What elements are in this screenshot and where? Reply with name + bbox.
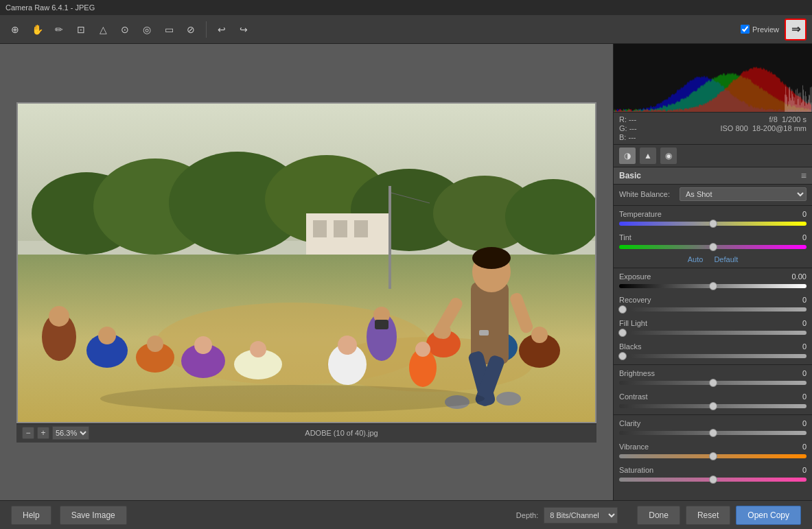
tint-value: 0 bbox=[782, 233, 807, 242]
graduated-filter-tool[interactable]: ▭ bbox=[159, 20, 178, 39]
filename-label: ADOBE (10 of 40).jpg bbox=[92, 429, 591, 437]
depth-row: Depth: 8 Bits/Channel 16 Bits/Channel bbox=[516, 507, 618, 524]
svg-point-21 bbox=[147, 336, 163, 352]
zoom-minus-button[interactable]: − bbox=[22, 427, 34, 439]
redeye-tool[interactable]: ◎ bbox=[137, 20, 156, 39]
auto-button[interactable]: Auto bbox=[688, 255, 704, 263]
default-button[interactable]: Default bbox=[714, 255, 738, 263]
svg-point-38 bbox=[496, 392, 521, 405]
clarity-value: 0 bbox=[782, 419, 807, 427]
divider-4 bbox=[614, 414, 812, 415]
temperature-slider-container[interactable] bbox=[619, 220, 807, 228]
fill-light-control: Fill Light 0 bbox=[614, 316, 812, 340]
hand-tool[interactable]: ✋ bbox=[27, 20, 47, 39]
divider-1 bbox=[614, 205, 812, 206]
panel-tabs: ◑ ▲ ◉ bbox=[614, 145, 812, 167]
contrast-thumb[interactable] bbox=[709, 402, 717, 410]
clarity-slider[interactable] bbox=[619, 429, 807, 437]
blacks-track bbox=[619, 354, 807, 358]
camera-info: f/8 1/200 s ISO 800 18-200@18 mm bbox=[720, 115, 807, 141]
svg-point-17 bbox=[49, 306, 69, 327]
saturation-thumb[interactable] bbox=[709, 475, 717, 484]
panel-menu-icon[interactable]: ≡ bbox=[801, 170, 807, 181]
photo-svg bbox=[18, 104, 596, 423]
white-balance-select[interactable]: As Shot Auto Daylight Cloudy Shade Tungs… bbox=[680, 187, 807, 201]
canvas-bottom-bar: − + 56.3% 25% 50% 100% 200% ADOBE (10 of… bbox=[16, 423, 596, 443]
adjustment-brush-tool[interactable]: ⊘ bbox=[181, 20, 200, 39]
brightness-thumb[interactable] bbox=[709, 379, 717, 387]
redo-button[interactable]: ↪ bbox=[234, 20, 253, 39]
brightness-value: 0 bbox=[782, 369, 807, 377]
svg-rect-10 bbox=[313, 220, 327, 237]
zoom-tool[interactable]: ⊕ bbox=[5, 20, 25, 39]
temperature-value: 0 bbox=[782, 210, 807, 218]
recovery-control: Recovery 0 bbox=[614, 293, 812, 316]
toolbar: ⊕ ✋ ✏ ⊡ △ ⊙ ◎ ▭ ⊘ ↩ ↪ Preview ⇒ bbox=[0, 15, 812, 44]
toolbar-separator-1 bbox=[206, 21, 207, 38]
brightness-slider[interactable] bbox=[619, 379, 807, 387]
depth-select[interactable]: 8 Bits/Channel 16 Bits/Channel bbox=[544, 507, 618, 524]
open-copy-button[interactable]: Open Copy bbox=[736, 506, 801, 525]
open-image-button[interactable]: ⇒ bbox=[785, 19, 807, 40]
panel-tab-camera-calibration[interactable]: ◉ bbox=[660, 148, 677, 164]
saturation-control: Saturation 0 bbox=[614, 463, 812, 486]
panel-tab-basic[interactable]: ◑ bbox=[619, 148, 636, 164]
wb-tool[interactable]: ✏ bbox=[49, 20, 69, 39]
depth-label: Depth: bbox=[516, 511, 538, 519]
undo-button[interactable]: ↩ bbox=[212, 20, 231, 39]
right-panel: R: --- G: --- B: --- f/8 1/200 s ISO 800… bbox=[613, 44, 812, 500]
exposure-thumb[interactable] bbox=[709, 282, 717, 290]
recovery-thumb[interactable] bbox=[618, 305, 627, 314]
blacks-label: Blacks bbox=[619, 342, 641, 351]
tint-slider-container[interactable] bbox=[619, 243, 807, 251]
exposure-control: Exposure 0.00 bbox=[614, 270, 812, 293]
temperature-control: Temperature 0 bbox=[614, 207, 812, 231]
recovery-value: 0 bbox=[782, 296, 807, 304]
clarity-thumb[interactable] bbox=[709, 429, 717, 437]
tint-thumb[interactable] bbox=[709, 243, 717, 251]
zoom-plus-button[interactable]: + bbox=[37, 427, 49, 439]
fill-light-slider[interactable] bbox=[619, 329, 807, 337]
svg-rect-46 bbox=[375, 320, 388, 329]
panel-tab-tone-curve[interactable]: ▲ bbox=[640, 148, 656, 164]
title-bar: Camera Raw 6.4.1 - JPEG bbox=[0, 0, 812, 15]
exposure-label: Exposure bbox=[619, 272, 651, 281]
brightness-label: Brightness bbox=[619, 369, 655, 377]
contrast-slider[interactable] bbox=[619, 402, 807, 410]
aperture-shutter: f/8 1/200 s bbox=[769, 115, 807, 124]
svg-rect-41 bbox=[479, 330, 489, 336]
help-button[interactable]: Help bbox=[11, 506, 51, 525]
svg-point-48 bbox=[415, 342, 430, 357]
canvas-area: − + 56.3% 25% 50% 100% 200% ADOBE (10 of… bbox=[0, 44, 613, 500]
blacks-control: Blacks 0 bbox=[614, 340, 812, 363]
preview-checkbox[interactable] bbox=[741, 25, 750, 34]
saturation-slider[interactable] bbox=[619, 475, 807, 484]
blacks-thumb[interactable] bbox=[618, 352, 627, 360]
recovery-slider[interactable] bbox=[619, 305, 807, 314]
vibrance-slider[interactable] bbox=[619, 452, 807, 460]
white-balance-label: White Balance: bbox=[619, 190, 674, 198]
straighten-tool[interactable]: △ bbox=[93, 20, 113, 39]
temperature-thumb[interactable] bbox=[709, 220, 717, 228]
r-value: R: --- bbox=[619, 115, 637, 124]
exposure-slider[interactable] bbox=[619, 282, 807, 290]
vibrance-control: Vibrance 0 bbox=[614, 440, 812, 463]
tint-control: Tint 0 bbox=[614, 231, 812, 254]
basic-panel-title: Basic bbox=[619, 171, 641, 180]
crop-tool[interactable]: ⊡ bbox=[71, 20, 91, 39]
vibrance-value: 0 bbox=[782, 443, 807, 451]
fill-light-thumb[interactable] bbox=[618, 329, 627, 337]
preview-checkbox-label[interactable]: Preview bbox=[741, 25, 779, 34]
exposure-value: 0.00 bbox=[782, 272, 807, 281]
blacks-slider[interactable] bbox=[619, 352, 807, 360]
histogram bbox=[614, 44, 812, 113]
done-button[interactable]: Done bbox=[637, 506, 680, 525]
divider-3 bbox=[614, 364, 812, 365]
save-image-button[interactable]: Save Image bbox=[60, 506, 127, 525]
vibrance-thumb[interactable] bbox=[709, 452, 717, 460]
zoom-select[interactable]: 56.3% 25% 50% 100% 200% bbox=[52, 426, 89, 440]
reset-button[interactable]: Reset bbox=[686, 506, 730, 525]
spot-removal-tool[interactable]: ⊙ bbox=[115, 20, 135, 39]
saturation-label: Saturation bbox=[619, 466, 653, 474]
temperature-label: Temperature bbox=[619, 210, 662, 218]
